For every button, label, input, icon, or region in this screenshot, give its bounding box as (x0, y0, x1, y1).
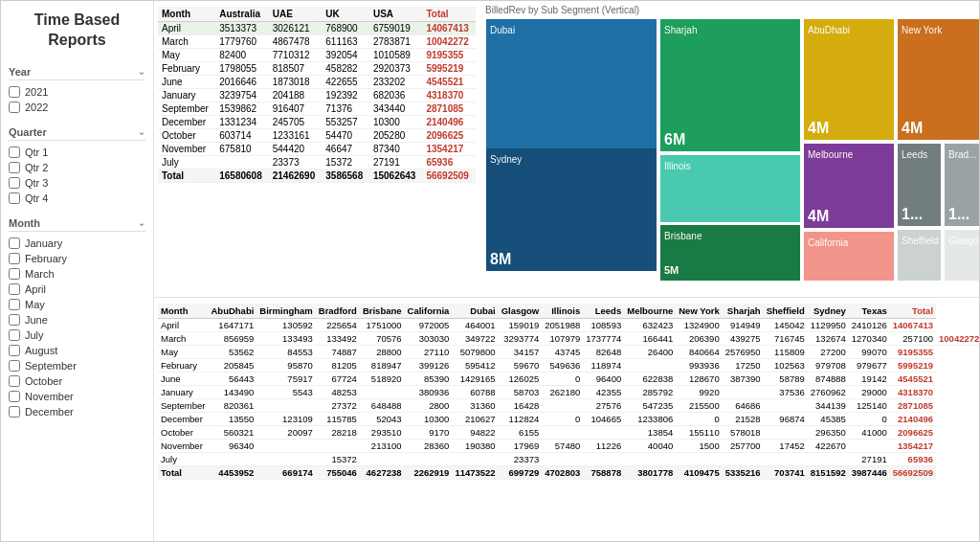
bottom-cell: 58703 (499, 386, 543, 399)
month-january-item[interactable]: January (9, 236, 145, 251)
bottom-cell: 3293774 (499, 332, 543, 346)
qtr1-item[interactable]: Qtr 1 (9, 145, 145, 160)
bottom-cell: 257700 (723, 440, 764, 453)
top-table: MonthAustraliaUAEUKUSATotal April3513373… (158, 7, 476, 183)
month-filter-header[interactable]: Month ⌄ (9, 217, 145, 232)
month-september-checkbox[interactable] (9, 360, 20, 372)
bottom-cell: 102563 (764, 359, 808, 373)
bottom-cell: 29000 (849, 386, 890, 399)
table-row[interactable]: October6037141233161544702052802096625 (158, 129, 476, 143)
year-2021-checkbox[interactable] (9, 86, 20, 98)
month-february-checkbox[interactable] (9, 253, 20, 264)
table-row[interactable]: June201664618730184226552332024545521 (158, 76, 476, 89)
table-row[interactable]: July15372233732719165936 (158, 453, 979, 466)
table-row[interactable]: December13550123109115785520431030021062… (158, 413, 979, 426)
treemap-cell-illinois[interactable]: Illinois (660, 155, 800, 222)
bottom-table: MonthAbuDhabiBirminghamBradfordBrisbaneC… (158, 304, 979, 480)
top-cell: 2096625 (422, 129, 476, 143)
treemap-cell-melbourne[interactable]: Melbourne4M (804, 144, 894, 228)
table-row[interactable]: April35133733026121768900675901914067413 (158, 22, 476, 35)
month-may-item[interactable]: May (9, 297, 145, 312)
month-december-checkbox[interactable] (9, 406, 20, 418)
table-row[interactable]: April16471711305922256541751000972005464… (158, 319, 979, 332)
table-row[interactable]: June564437591767724518920853901429165126… (158, 373, 979, 386)
bottom-cell: December (158, 413, 208, 426)
table-row[interactable]: February20584595870812058189473991265954… (158, 359, 979, 373)
year-2022-item[interactable]: 2022 (9, 100, 145, 115)
treemap-cell-brisbane[interactable]: Brisbane5M (660, 225, 800, 281)
month-april-checkbox[interactable] (9, 283, 20, 295)
treemap-cell-value: 5M (664, 264, 679, 276)
treemap-cell-glasgow[interactable]: Glasgow (945, 230, 979, 281)
month-may-checkbox[interactable] (9, 299, 20, 310)
month-july-checkbox[interactable] (9, 329, 20, 341)
table-row[interactable]: February17980558185074582822920373599521… (158, 62, 476, 76)
top-cell: March (158, 35, 215, 49)
month-february-label: February (25, 253, 67, 264)
table-row[interactable]: November96340213100283601903801796957480… (158, 440, 979, 453)
bottom-cell: 37536 (764, 386, 808, 399)
month-march-item[interactable]: March (9, 266, 145, 282)
qtr4-checkbox[interactable] (9, 192, 20, 204)
table-row[interactable]: October560321200972821829351091709482261… (158, 426, 979, 440)
year-filter-header[interactable]: Year ⌄ (9, 66, 145, 80)
table-row[interactable]: May5356284553748872880027110507980034157… (158, 346, 979, 359)
bottom-col-illinois: Illinois (542, 304, 583, 319)
table-row[interactable]: July23373153722719165936 (158, 156, 476, 169)
treemap-cell-abudhabi[interactable]: AbuDhabi4M (804, 19, 894, 140)
month-october-checkbox[interactable] (9, 375, 20, 387)
month-march-checkbox[interactable] (9, 268, 20, 280)
month-january-checkbox[interactable] (9, 237, 20, 249)
top-section: MonthAustraliaUAEUKUSATotal April3513373… (154, 1, 979, 298)
treemap-cell-label: Sharjah (664, 25, 697, 35)
table-row[interactable]: March17797604867478611163278387110042272 (158, 35, 476, 49)
table-row[interactable]: September1539862916407713763434402871085 (158, 102, 476, 116)
bottom-cell: 2871085 (890, 399, 936, 413)
month-november-checkbox[interactable] (9, 391, 20, 402)
month-august-item[interactable]: August (9, 343, 145, 358)
treemap-cell-leeds[interactable]: Leeds1... (898, 144, 941, 226)
month-april-item[interactable]: April (9, 282, 145, 297)
bottom-cell: 27200 (808, 346, 849, 359)
month-september-item[interactable]: September (9, 358, 145, 373)
month-february-item[interactable]: February (9, 251, 145, 266)
table-row[interactable]: January143490554348253380936607885870326… (158, 386, 979, 399)
qtr3-item[interactable]: Qtr 3 (9, 175, 145, 191)
treemap-cell-sydney[interactable]: Sydney8M (486, 148, 657, 271)
table-row[interactable]: March85695913349313349270576303030349722… (158, 332, 979, 346)
month-november-item[interactable]: November (9, 389, 145, 404)
table-row[interactable]: November67581054442046647873401354217 (158, 143, 476, 156)
qtr4-item[interactable]: Qtr 4 (9, 191, 145, 206)
qtr1-checkbox[interactable] (9, 147, 20, 158)
treemap-cell-sheffield[interactable]: Sheffield (898, 230, 941, 281)
qtr3-checkbox[interactable] (9, 177, 20, 189)
bottom-col-california: California (405, 304, 453, 319)
month-august-checkbox[interactable] (9, 345, 20, 356)
treemap-cell-sharjah[interactable]: Sharjah6M (660, 19, 800, 151)
bottom-cell: 560321 (208, 426, 256, 440)
treemap-cell-value: 8M (490, 251, 511, 267)
year-2022-checkbox[interactable] (9, 102, 20, 113)
month-october-item[interactable]: October (9, 373, 145, 389)
table-row[interactable]: May82400771031239205410105899195355 (158, 49, 476, 62)
month-july-item[interactable]: July (9, 327, 145, 343)
treemap-cell-california[interactable]: California (804, 232, 894, 281)
top-total-cell: 3586568 (322, 169, 369, 183)
table-row[interactable]: January32397542041881923926820364318370 (158, 89, 476, 102)
month-september-label: September (25, 360, 77, 372)
table-row[interactable]: December1331234245705553257103002140496 (158, 116, 476, 129)
qtr2-checkbox[interactable] (9, 162, 20, 173)
year-2021-item[interactable]: 2021 (9, 84, 145, 100)
bottom-total-cell: 11473522 (452, 466, 498, 480)
month-june-item[interactable]: June (9, 312, 145, 327)
treemap-cell-new york[interactable]: New York4M (898, 19, 979, 140)
top-cell: 23373 (269, 156, 323, 169)
bottom-cell: 70576 (360, 332, 405, 346)
table-row[interactable]: September8203612737264848828003136016428… (158, 399, 979, 413)
month-december-item[interactable]: December (9, 404, 145, 419)
qtr2-item[interactable]: Qtr 2 (9, 160, 145, 175)
treemap-cell-brad...[interactable]: Brad...1... (945, 144, 979, 226)
bottom-cell: 972005 (405, 319, 453, 332)
month-june-checkbox[interactable] (9, 314, 20, 326)
quarter-filter-header[interactable]: Quarter ⌄ (9, 126, 145, 141)
